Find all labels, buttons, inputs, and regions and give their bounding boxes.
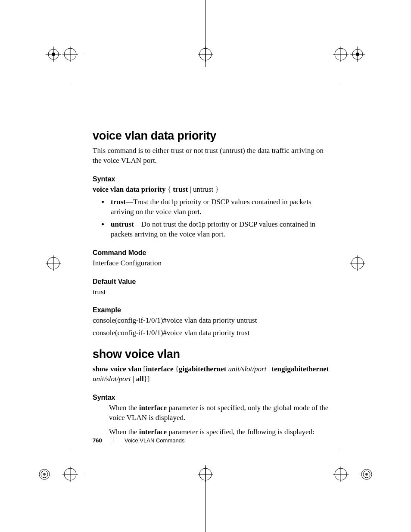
registration-mark-icon — [62, 467, 78, 482]
syntax-text: | — [133, 375, 136, 383]
page-content: voice vlan data priority This command is… — [93, 129, 334, 440]
crop-line — [341, 449, 341, 532]
example-line: console(config-if-1/0/1)#voice vlan data… — [93, 328, 334, 338]
svg-point-23 — [39, 469, 50, 479]
svg-point-7 — [199, 48, 212, 60]
syntax-text: { — [166, 185, 173, 193]
option-name: trust — [111, 198, 126, 206]
svg-point-29 — [199, 468, 212, 480]
crop-line — [329, 474, 411, 474]
syntax-keyword: gigabitethernet — [179, 365, 226, 373]
svg-point-24 — [41, 471, 48, 478]
syntax-text: | — [266, 365, 271, 373]
default-value-text: trust — [93, 287, 334, 297]
syntax-bullets: trust—Trust the dot1p priority or DSCP v… — [93, 197, 334, 240]
keyword: interface — [139, 404, 167, 412]
svg-point-25 — [43, 473, 46, 476]
svg-point-35 — [361, 469, 372, 479]
syntax-keyword: trust — [173, 185, 188, 193]
svg-point-16 — [356, 53, 359, 56]
syntax-line: voice vlan data priority { trust | untru… — [93, 185, 334, 195]
list-item: trust—Trust the dot1p priority or DSCP v… — [109, 197, 334, 217]
default-value-heading: Default Value — [93, 278, 334, 286]
syntax-keyword: tengigabitethernet — [271, 365, 329, 373]
svg-point-4 — [64, 48, 76, 60]
syntax-text: untrust } — [193, 185, 219, 193]
registration-mark-icon — [350, 47, 365, 62]
registration-mark-icon — [198, 467, 213, 482]
svg-point-17 — [47, 257, 59, 269]
svg-point-36 — [363, 471, 370, 478]
registration-mark-icon — [198, 47, 213, 62]
syntax-text: }] — [144, 375, 150, 383]
syntax-text: [ — [141, 365, 146, 373]
syntax-keyword: interface — [146, 365, 173, 373]
option-desc: —Trust the dot1p priority or DSCP values… — [111, 198, 311, 216]
svg-point-26 — [64, 468, 76, 480]
syntax-heading: Syntax — [93, 394, 334, 401]
registration-mark-icon — [46, 47, 61, 62]
svg-point-20 — [352, 257, 364, 269]
syntax-command: voice vlan data priority — [93, 185, 166, 193]
syntax-text: { — [173, 365, 178, 373]
svg-point-10 — [335, 48, 347, 60]
svg-point-13 — [352, 49, 363, 59]
registration-mark-icon — [37, 467, 52, 482]
crop-line — [70, 0, 70, 83]
command-mode-text: Interface Configuration — [93, 258, 334, 268]
command-syntax: show voice vlan [interface {gigabitether… — [93, 364, 334, 384]
registration-mark-icon — [46, 255, 61, 271]
crop-line — [0, 474, 83, 474]
footer-separator — [113, 437, 113, 443]
section-title: voice vlan data priority — [93, 129, 334, 143]
intro-paragraph: This command is to either trust or not t… — [93, 146, 334, 166]
example-line: console(config-if-1/0/1)#voice vlan data… — [93, 316, 334, 326]
syntax-paragraph: When the interface parameter is not spec… — [109, 403, 334, 423]
chapter-name: Voice VLAN Commands — [125, 437, 184, 444]
syntax-paragraph: When the interface parameter is specifie… — [109, 427, 334, 437]
page-number: 760 — [93, 437, 102, 444]
syntax-param: unit/slot/port — [93, 375, 133, 383]
syntax-heading: Syntax — [93, 175, 334, 183]
crop-line — [329, 54, 411, 54]
crop-line — [70, 449, 70, 532]
option-name: untrust — [111, 220, 134, 228]
text: When the — [109, 428, 139, 436]
registration-mark-icon — [359, 467, 374, 482]
registration-mark-icon — [333, 467, 349, 482]
section-title: show voice vlan — [93, 348, 334, 361]
crop-line — [0, 263, 65, 263]
option-desc: —Do not trust the dot1p priority or DSCP… — [111, 220, 315, 238]
keyword: interface — [139, 428, 167, 436]
crop-line — [341, 0, 341, 83]
crop-line — [206, 0, 206, 67]
syntax-keyword: all — [136, 375, 144, 383]
crop-line — [346, 263, 411, 263]
list-item: untrust—Do not trust the dot1p priority … — [109, 220, 334, 240]
command-mode-heading: Command Mode — [93, 249, 334, 257]
registration-mark-icon — [333, 47, 349, 62]
syntax-text: | — [188, 185, 193, 193]
registration-mark-icon — [350, 255, 365, 271]
text: parameter is specified, the following is… — [167, 428, 314, 436]
svg-point-37 — [365, 473, 368, 476]
page-footer: 760 Voice VLAN Commands — [93, 437, 184, 444]
registration-mark-icon — [62, 47, 78, 62]
svg-point-32 — [335, 468, 347, 480]
crop-line — [206, 465, 206, 532]
svg-point-0 — [48, 49, 59, 59]
svg-point-3 — [52, 53, 55, 56]
syntax-command: show voice vlan — [93, 365, 141, 373]
crop-line — [0, 54, 83, 54]
text: When the — [109, 404, 139, 412]
example-heading: Example — [93, 306, 334, 314]
syntax-param: unit/slot/port — [226, 365, 266, 373]
